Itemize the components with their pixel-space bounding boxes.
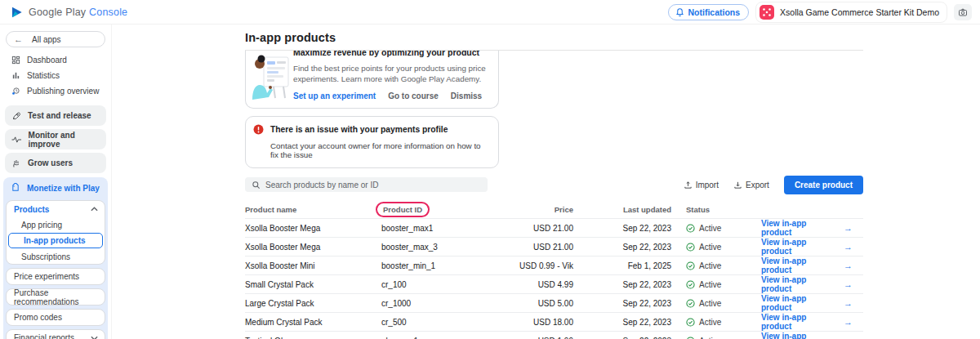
product-name-cell: Medium Crystal Pack — [245, 318, 381, 327]
go-to-course-link[interactable]: Go to course — [388, 91, 439, 100]
table-row: Medium Crystal Pack cr_500 USD 18.00 Sep… — [245, 312, 863, 331]
arrow-right-icon: → — [844, 317, 853, 327]
arrow-right-icon: → — [844, 298, 853, 308]
page-title: In-app products — [245, 25, 863, 44]
sidebar-item-products[interactable]: Products — [7, 201, 105, 217]
products-group-card: Products App pricing In-app products Sub… — [6, 200, 105, 265]
active-check-icon — [686, 280, 695, 289]
view-in-app-product-link[interactable]: View in-app product → — [761, 256, 853, 274]
product-name-cell: Xsolla Booster Mini — [245, 261, 381, 270]
table-row: Tactical Glasses glasses_1 USD 1.99 Sep … — [245, 331, 863, 339]
status-cell: Active — [671, 318, 761, 327]
promo-illustration — [246, 51, 292, 108]
price-cell: USD 21.00 — [506, 224, 573, 233]
product-name-cell: Large Crystal Pack — [245, 299, 381, 308]
sidebar-item-promo-codes[interactable]: Promo codes — [6, 309, 105, 326]
camera-icon — [958, 7, 968, 17]
warning-body: Contact your account owner for more info… — [270, 141, 488, 159]
product-name-cell: Small Crystal Pack — [245, 280, 381, 289]
active-check-icon — [686, 261, 695, 270]
sidebar-section-monitor-and-improve[interactable]: Monitor and improve — [5, 129, 106, 149]
last-updated-cell: Sep 22, 2023 — [573, 337, 671, 339]
import-button[interactable]: Import — [684, 181, 719, 190]
create-product-button[interactable]: Create product — [784, 176, 863, 194]
notifications-button[interactable]: Notifications — [668, 4, 750, 20]
product-name-cell: Xsolla Booster Mega — [245, 224, 381, 233]
status-cell: Active — [671, 224, 761, 233]
sidebar-item-app-pricing[interactable]: App pricing — [7, 217, 105, 232]
table-row: Small Crystal Pack cr_100 USD 4.99 Sep 2… — [245, 274, 863, 293]
status-cell: Active — [671, 299, 761, 308]
table-row: Xsolla Booster Mega booster_max_3 USD 21… — [245, 237, 863, 256]
arrow-right-icon: → — [844, 223, 853, 233]
back-arrow-icon: ← — [14, 34, 23, 44]
status-cell: Active — [671, 280, 761, 289]
sidebar-item-in-app-products[interactable]: In-app products — [8, 233, 103, 248]
publishing-overview-icon — [11, 87, 20, 96]
arrow-right-icon: → — [844, 242, 853, 252]
sidebar-item-monetize-with-play[interactable]: Monetize with Play — [6, 178, 105, 198]
active-check-icon — [686, 337, 695, 339]
sidebar-item-purchase-recommendations[interactable]: Purchase recommendations — [6, 288, 105, 306]
payments-warning-card: There is an issue with your payments pro… — [245, 116, 499, 168]
sidebar-item-financial-reports[interactable]: Financial reports — [6, 329, 105, 339]
search-icon — [252, 181, 261, 190]
all-apps-button[interactable]: ← All apps — [6, 31, 105, 47]
price-cell: USD 18.00 — [506, 318, 573, 327]
screenshot-button[interactable] — [954, 4, 972, 20]
bar-chart-icon — [11, 71, 20, 80]
status-cell: Active — [671, 337, 761, 339]
active-check-icon — [686, 224, 695, 233]
column-header-product-name: Product name — [245, 205, 381, 214]
sidebar-section-monetize: Monetize with Play Products App pricing … — [3, 177, 108, 339]
last-updated-cell: Sep 22, 2023 — [573, 243, 671, 252]
grow-users-icon — [11, 158, 21, 168]
price-cell: USD 0.99 - Vik — [506, 261, 573, 270]
pulse-icon — [11, 136, 22, 144]
view-in-app-product-link[interactable]: View in-app product → — [761, 275, 853, 293]
last-updated-cell: Sep 22, 2023 — [573, 280, 671, 289]
status-cell: Active — [671, 261, 761, 270]
chevron-down-icon — [91, 336, 98, 339]
sidebar-item-price-experiments[interactable]: Price experiments — [6, 268, 105, 285]
price-cell: USD 4.99 — [506, 280, 573, 289]
sidebar-item-statistics[interactable]: Statistics — [0, 68, 111, 83]
active-check-icon — [686, 299, 695, 308]
product-id-cell: glasses_1 — [381, 337, 506, 339]
promo-title: Maximize revenue by optimizing your prod… — [293, 51, 490, 58]
sidebar-section-grow-users[interactable]: Grow users — [5, 153, 106, 173]
promo-card: Maximize revenue by optimizing your prod… — [245, 51, 499, 109]
brand-text: Google Play Console — [29, 7, 127, 18]
export-button[interactable]: Export — [733, 181, 769, 190]
table-row: Xsolla Booster Mini booster_min_1 USD 0.… — [245, 256, 863, 274]
table-row: Xsolla Booster Mega booster_max1 USD 21.… — [245, 218, 863, 237]
product-id-cell: cr_1000 — [381, 299, 506, 308]
product-id-cell: cr_500 — [381, 318, 506, 327]
table-body: Xsolla Booster Mega booster_max1 USD 21.… — [245, 218, 863, 339]
search-box[interactable] — [245, 177, 488, 192]
sidebar-item-dashboard[interactable]: Dashboard — [0, 52, 111, 68]
view-in-app-product-link[interactable]: View in-app product → — [761, 238, 853, 256]
arrow-right-icon: → — [844, 279, 853, 289]
app-switcher-chip[interactable]: Xsolla Game Commerce Starter Kit Demo — [755, 2, 947, 23]
view-in-app-product-link[interactable]: View in-app product → — [761, 332, 853, 339]
dismiss-link[interactable]: Dismiss — [451, 91, 482, 100]
sidebar-section-test-and-release[interactable]: Test and release — [5, 105, 106, 126]
product-id-cell: booster_max1 — [381, 224, 506, 233]
sidebar-item-subscriptions[interactable]: Subscriptions — [7, 249, 105, 264]
sidebar-nav: ← All apps Dashboard Statistics Publishi… — [0, 25, 112, 339]
price-cell: USD 1.99 — [506, 337, 573, 339]
search-input[interactable] — [265, 181, 470, 190]
play-triangle-icon — [11, 6, 24, 19]
google-play-console-logo[interactable]: Google Play Console — [0, 6, 127, 19]
view-in-app-product-link[interactable]: View in-app product → — [761, 219, 853, 237]
sidebar-item-publishing-overview[interactable]: Publishing overview — [0, 83, 111, 99]
column-header-product-id: Product ID — [381, 205, 506, 214]
set-up-experiment-link[interactable]: Set up an experiment — [293, 91, 376, 100]
error-icon — [253, 124, 264, 135]
price-cell: USD 5.00 — [506, 299, 573, 308]
last-updated-cell: Feb 1, 2025 — [573, 261, 671, 270]
view-in-app-product-link[interactable]: View in-app product → — [761, 294, 853, 312]
view-in-app-product-link[interactable]: View in-app product → — [761, 313, 853, 331]
bell-icon — [675, 7, 684, 16]
